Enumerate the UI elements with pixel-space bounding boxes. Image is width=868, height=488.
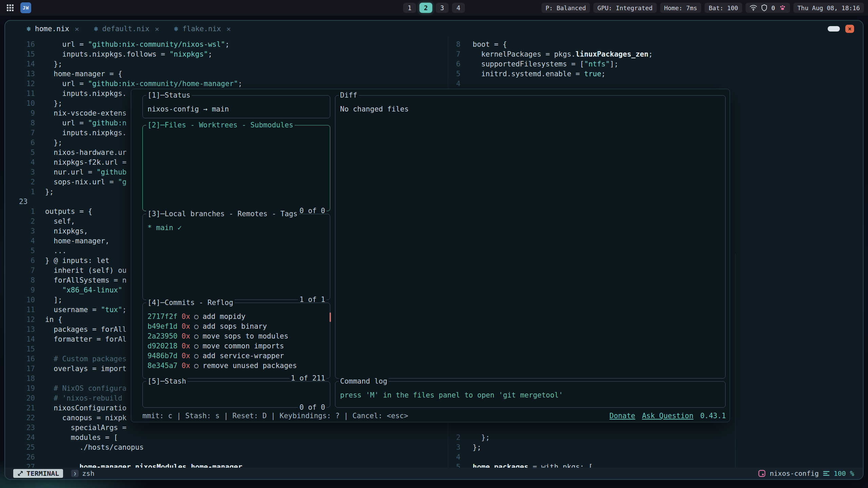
commit-row[interactable]: 2a239500x○move sops to modules: [147, 331, 325, 341]
window-pill-toggle[interactable]: [828, 26, 840, 32]
workspace-button-1[interactable]: 1: [403, 3, 416, 13]
tab-default.nix[interactable]: ❄default.nix×: [94, 25, 159, 33]
tab-label: home.nix: [35, 25, 69, 33]
window-close-button[interactable]: ×: [845, 25, 854, 33]
workspace-button-3[interactable]: 3: [436, 3, 449, 13]
panel-title-files: [2]─Files - Worktrees - Submodules: [146, 120, 295, 130]
shell-tab[interactable]: ❯ zsh: [71, 469, 94, 477]
workspace-logo-badge[interactable]: JW: [20, 2, 31, 13]
commit-row[interactable]: 8e345a70x○remove unused packages: [147, 361, 325, 371]
status-chip-0[interactable]: P: Balanced: [541, 3, 590, 13]
commit-list: 2717f2f0x○add mopidyb49ef1d0x○add sops b…: [143, 303, 330, 371]
commit-row[interactable]: d9202180x○move common imports: [147, 341, 325, 351]
code-line: 26: [5, 452, 448, 462]
ask-question-link[interactable]: Ask Question: [642, 411, 693, 421]
diff-empty-text: No changed files: [340, 105, 409, 113]
tab-label: default.nix: [102, 25, 150, 33]
repo-branch-text: nixos-config → main: [147, 105, 229, 113]
topbar-left: JW: [5, 2, 31, 13]
mode-terminal-icon: [17, 470, 23, 476]
panel-title-stash: [5]─Stash: [146, 377, 188, 386]
clock[interactable]: Thu Aug 08, 18:16: [793, 3, 864, 13]
tab-close-icon[interactable]: ×: [155, 25, 159, 33]
code-line: 2 };: [448, 433, 863, 443]
color-column-rule: [735, 254, 735, 468]
lazygit-keybindings: mmit: c | Stash: s | Reset: D | Keybindi…: [142, 411, 408, 421]
commit-row[interactable]: b49ef1d0x○add sops binary: [147, 322, 325, 331]
window-controls: ×: [828, 21, 854, 37]
code-line: 27 home-manager.nixosModules.home-manage…: [5, 462, 448, 468]
tab-list: ❄home.nix×❄default.nix×❄flake.nix×: [27, 21, 246, 37]
status-chip-3[interactable]: Bat: 100: [705, 3, 742, 13]
branch-row[interactable]: * main ✓: [147, 223, 325, 233]
panel-title-branches: [3]─Local branches - Remotes - Tags: [146, 209, 299, 219]
code-line: 4: [448, 452, 863, 462]
code-line: 6 supportedFilesystems = ["ntfs"];: [448, 59, 863, 69]
tab-flake.nix[interactable]: ❄flake.nix×: [174, 25, 231, 33]
commit-row[interactable]: 9486b7d0x○add service-wrapper: [147, 351, 325, 361]
workspace-button-4[interactable]: 4: [452, 3, 465, 13]
lazygit-stash-panel[interactable]: [5]─Stash 0 of 0: [142, 381, 330, 408]
lazygit-bottom-bar: mmit: c | Stash: s | Reset: D | Keybindi…: [142, 411, 726, 421]
status-chip-2[interactable]: Home: 7ms: [660, 3, 702, 13]
lazygit-version: 0.43.1: [700, 411, 726, 421]
nix-snowflake-icon: ❄: [94, 25, 98, 33]
lazygit-overlay: [1]─Status nixos-config → main [2]─Files…: [131, 89, 730, 422]
terminal-editor-window: ❄home.nix×❄default.nix×❄flake.nix× × 16 …: [4, 20, 864, 480]
nix-snowflake-icon: ❄: [27, 25, 31, 33]
workspace-button-2[interactable]: 2: [419, 3, 432, 13]
mode-label: TERMINAL: [26, 469, 59, 477]
code-line: 15 inputs.nixpkgs.follows = "nixpkgs";: [5, 49, 448, 59]
apps-grid-icon[interactable]: [5, 2, 16, 13]
lines-icon: [823, 471, 830, 476]
shield-icon: [761, 4, 767, 11]
paw-icon: [779, 4, 786, 11]
code-line: 5home.packages = with pkgs; [: [448, 462, 863, 468]
donate-link[interactable]: Donate: [610, 411, 635, 421]
panel-title-commits: [4]─Commits - Reflog: [146, 298, 235, 308]
mode-badge: TERMINAL: [13, 469, 63, 478]
tab-close-icon[interactable]: ×: [75, 25, 79, 33]
tab-close-icon[interactable]: ×: [226, 25, 231, 33]
code-line: 14 };: [5, 59, 448, 69]
panel-title-status: [1]─Status: [146, 90, 192, 100]
panel-title-diff: Diff: [339, 90, 359, 100]
buffer-tabbar: ❄home.nix×❄default.nix×❄flake.nix× ×: [5, 21, 863, 37]
code-line: 7 kernelPackages = pkgs.linuxPackages_ze…: [448, 49, 863, 59]
lazygit-command-log-panel[interactable]: Command log press 'M' in the files panel…: [335, 381, 726, 408]
code-line: 5 initrd.systemd.enable = true;: [448, 69, 863, 79]
topbar-status-chips: P: BalancedGPU: IntegratedHome: 7msBat: …: [541, 3, 742, 13]
code-line: 8boot = {: [448, 40, 863, 49]
lazygit-files-panel[interactable]: [2]─Files - Worktrees - Submodules 0 of …: [142, 125, 330, 211]
tab-home.nix[interactable]: ❄home.nix×: [27, 25, 79, 33]
panel-title-command-log: Command log: [339, 377, 389, 386]
commit-row[interactable]: 2717f2f0x○add mopidy: [147, 312, 325, 322]
project-icon: [758, 470, 766, 477]
statusline-right: nixos-config 100 %: [758, 469, 854, 477]
shell-label: zsh: [82, 469, 94, 477]
code-line: 12 url = "github:nix-community/home-mana…: [5, 79, 448, 89]
code-line: 16 url = "github:nix-community/nixos-wsl…: [5, 40, 448, 49]
system-tray[interactable]: 0: [746, 3, 790, 13]
lazygit-branches-panel[interactable]: [3]─Local branches - Remotes - Tags * ma…: [142, 214, 330, 300]
topbar-right: P: BalancedGPU: IntegratedHome: 7msBat: …: [541, 3, 864, 13]
project-name: nixos-config: [770, 469, 819, 477]
code-line: 24 modules = [: [5, 433, 448, 443]
prompt-icon: ❯: [71, 470, 79, 477]
code-line: 3};: [448, 443, 863, 452]
lazygit-commits-panel[interactable]: [4]─Commits - Reflog 2717f2f0x○add mopid…: [142, 303, 330, 379]
lazygit-status-panel[interactable]: [1]─Status nixos-config → main: [142, 95, 330, 118]
apps-grid-glyph: [6, 4, 14, 12]
lazygit-diff-panel[interactable]: Diff No changed files: [335, 95, 726, 379]
code-line: 25 ./hosts/canopus: [5, 443, 448, 452]
tray-count: 0: [771, 4, 775, 12]
code-line: 23 specialArgs =: [5, 423, 448, 433]
clock-text: Thu Aug 08, 18:16: [797, 4, 860, 12]
statusline: TERMINAL ❯ zsh nixos-config 100 %: [5, 468, 863, 479]
nix-snowflake-icon: ❄: [174, 25, 178, 33]
status-chip-1[interactable]: GPU: Integrated: [593, 3, 657, 13]
command-log-text: press 'M' in the files panel to open 'gi…: [340, 391, 563, 399]
code-line: 4: [448, 79, 863, 89]
wifi-icon: [750, 5, 757, 11]
scrollbar-thumb[interactable]: [330, 312, 331, 322]
